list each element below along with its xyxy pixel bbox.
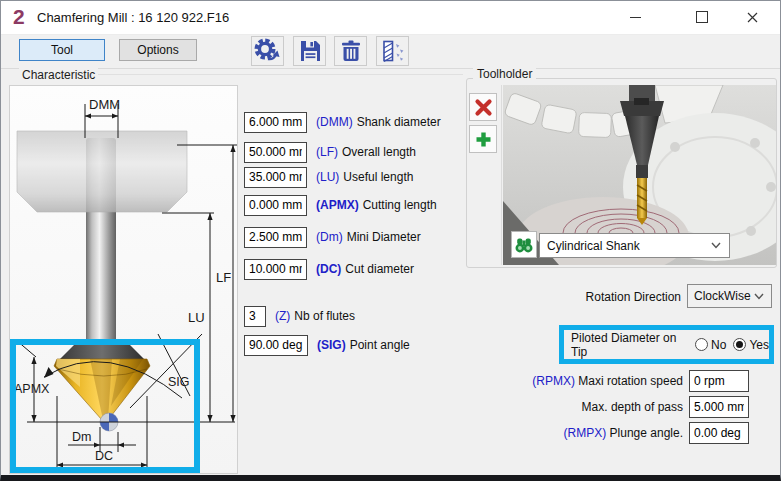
label-lf: Overall length [342,145,416,159]
dim-label-apmx: APMX [14,382,50,396]
piloted-diameter-label: Piloted Diameter on Tip [571,331,688,359]
chevron-down-icon [711,242,721,249]
remove-toolholder-button[interactable] [469,93,497,121]
add-toolholder-button[interactable] [469,125,497,153]
delete-tool-button[interactable] [334,36,367,66]
label-apmx: Cutting length [363,198,437,212]
param-field-maxdepthofpass[interactable] [689,396,749,418]
field-lf[interactable] [244,142,307,163]
param-field-rmpx[interactable] [689,422,749,444]
field-lu[interactable] [244,167,307,188]
tool-diagram: DMM LF LU APMX SIG Dm DC [10,86,237,473]
radio-yes-label: Yes [749,338,769,352]
piloted-diameter-highlight: Piloted Diameter on Tip No Yes [559,325,774,364]
param-label-maxdepthofpass: Max. depth of pass [501,400,689,414]
radio-no-label: No [711,338,726,352]
label-z: Nb of flutes [294,309,355,323]
param-row-maxdepthofpass: Max. depth of pass [501,396,757,418]
green-plus-icon [474,130,493,149]
dim-label-dc: DC [95,449,113,463]
char-row-z: (Z)Nb of flutes [244,305,355,327]
code-lf: (LF) [316,145,338,159]
toolbar-separator [1,68,780,69]
param-label-rmpx: (RMPX) Plunge angle. [501,426,689,440]
save-button[interactable] [293,36,326,66]
binoculars-icon [514,235,534,255]
radio-yes[interactable] [733,338,746,351]
dim-label-lf: LF [216,270,231,285]
char-row-dmm: (DMM)Shank diameter [244,111,441,133]
char-row-lf: (LF)Overall length [244,141,416,163]
code-dc: (DC) [316,262,341,276]
red-x-icon [474,98,493,117]
code-sig: (SIG) [317,338,346,352]
dim-label-dm: Dm [72,430,91,444]
code-z: (Z) [275,309,290,323]
chevron-down-icon [754,293,764,300]
tool-usage-button[interactable] [376,36,409,66]
char-row-dc: (DC)Cut diameter [244,258,414,280]
close-icon [747,12,758,23]
param-field-rpmx[interactable] [689,370,749,392]
tool-chips-icon [381,39,405,63]
field-dm[interactable] [244,227,307,248]
label-dm: Mini Diameter [347,230,421,244]
minimize-button[interactable] [612,1,658,33]
shank-type-select[interactable]: Cylindrical Shank [539,233,730,258]
char-row-dm: (Dm)Mini Diameter [244,226,421,248]
window-title: Chamfering Mill : 16 120 922.F16 [37,10,229,25]
characteristic-groupbox-line [93,74,463,75]
label-dmm: Shank diameter [357,115,441,129]
field-dmm[interactable] [244,112,307,133]
label-sig: Point angle [350,338,410,352]
update-settings-button[interactable] [251,36,284,66]
char-row-apmx: (APMX)Cutting length [244,194,437,216]
dim-label-dmm: DMM [89,97,120,112]
trash-icon [339,39,363,63]
search-toolholder-button[interactable] [511,231,537,258]
code-lu: (LU) [316,170,339,184]
param-row-rpmx: (RPMX) Maxi rotation speed [501,370,757,392]
tab-tool[interactable]: Tool [19,39,105,61]
code-apmx: (APMX) [316,198,359,212]
save-icon [298,39,322,63]
code-dm: (Dm) [316,230,343,244]
label-dc: Cut diameter [345,262,414,276]
field-dc[interactable] [244,259,307,280]
label-lu: Useful length [343,170,413,184]
radio-no[interactable] [695,338,708,351]
characteristic-section-label: Characteristic [19,68,98,82]
tool-diagram-panel: DMM LF LU APMX SIG Dm DC [9,85,238,474]
toolholder-section-label: Toolholder [473,67,536,81]
tool-holder-block [17,131,187,212]
shank-type-value: Cylindrical Shank [547,239,640,253]
rotation-direction-label: Rotation Direction [521,290,681,304]
param-row-rmpx: (RMPX) Plunge angle. [501,422,757,444]
rotation-direction-value: ClockWise [694,289,751,303]
param-label-rpmx: (RPMX) Maxi rotation speed [501,374,689,388]
code-dmm: (DMM) [316,115,353,129]
maximize-button[interactable] [679,1,725,33]
field-sig[interactable] [244,335,308,356]
app-logo-icon: 2 [13,6,25,28]
gear-refresh-icon [254,38,281,65]
char-row-lu: (LU)Useful length [244,166,413,188]
field-z[interactable] [244,306,266,327]
dim-label-lu: LU [188,310,205,325]
field-apmx[interactable] [244,195,307,216]
maximize-icon [696,11,708,23]
chamfering-mill-dialog: 2 Chamfering Mill : 16 120 922.F16 Tool … [0,0,781,481]
close-button[interactable] [729,1,775,33]
title-bar: 2 Chamfering Mill : 16 120 922.F16 [1,1,780,35]
rotation-direction-select[interactable]: ClockWise [687,284,772,308]
toolholder-divider [501,85,502,265]
tab-options[interactable]: Options [119,39,197,61]
char-row-sig: (SIG)Point angle [244,334,410,356]
dim-label-sig: SIG [168,375,190,389]
minimize-icon [630,17,641,18]
